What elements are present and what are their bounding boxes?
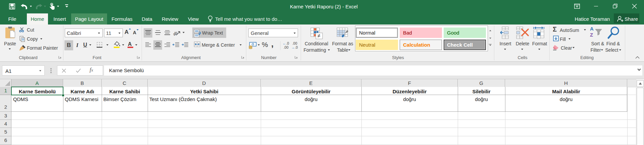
svg-text:ab: ab [173,30,179,36]
svg-text:≠: ≠ [317,33,320,39]
